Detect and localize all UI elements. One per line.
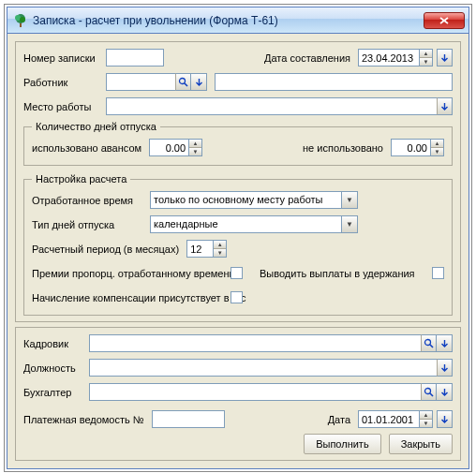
arrow-down-icon[interactable]: [437, 359, 453, 377]
used-advance-field[interactable]: [149, 139, 188, 156]
position-lookup[interactable]: [89, 359, 453, 377]
close-button[interactable]: [424, 12, 465, 29]
bonus-prop-label: Премии пропорц. отработанному времени: [32, 268, 231, 279]
spin-up-icon[interactable]: ▲: [420, 411, 432, 420]
spin-down-icon[interactable]: ▼: [420, 420, 432, 427]
header-panel: Номер записки Дата составления ▲ ▼: [15, 41, 461, 322]
workplace-lookup[interactable]: [106, 97, 453, 115]
note-number-input[interactable]: [106, 49, 164, 67]
worker-display-input[interactable]: [215, 73, 453, 91]
footer-date-field[interactable]: [358, 410, 419, 428]
window: Записка - расчет при увольнении (Форма Т…: [7, 7, 469, 469]
search-icon[interactable]: [175, 73, 191, 91]
footer-date-input[interactable]: ▲ ▼: [358, 410, 433, 428]
worked-time-value: только по основному месту работы: [150, 191, 342, 209]
accountant-lookup[interactable]: [89, 383, 453, 401]
spin-up-icon[interactable]: ▲: [214, 241, 226, 249]
spin-up-icon[interactable]: ▲: [420, 50, 432, 58]
workplace-label: Место работы: [23, 101, 106, 112]
worker-label: Работник: [23, 77, 106, 88]
titlebar: Записка - расчет при увольнении (Форма Т…: [7, 7, 469, 34]
spin-down-icon[interactable]: ▼: [420, 58, 432, 66]
kadrovik-lookup[interactable]: [89, 334, 453, 352]
accountant-label: Бухгалтер: [23, 387, 89, 398]
period-field[interactable]: [186, 240, 213, 258]
used-advance-input[interactable]: ▲ ▼: [149, 139, 202, 156]
vacation-days-legend: Количество дней отпуска: [32, 121, 160, 132]
arrow-down-icon[interactable]: [437, 97, 453, 115]
kadrovik-label: Кадровик: [23, 338, 89, 349]
comp-present-label: Начисление компенсации присутствует в л/…: [32, 292, 231, 303]
svg-point-10: [425, 389, 431, 394]
close-window-button[interactable]: Закрыть: [389, 434, 453, 454]
spin-down-icon[interactable]: ▼: [214, 249, 226, 257]
svg-point-8: [425, 340, 431, 346]
not-used-label: не использовано: [303, 142, 383, 154]
worked-time-combo[interactable]: только по основному месту работы ▼: [150, 191, 358, 209]
chevron-down-icon[interactable]: ▼: [342, 215, 358, 233]
calc-settings-legend: Настройка расчета: [32, 173, 130, 185]
search-icon[interactable]: [421, 383, 437, 401]
svg-point-3: [20, 17, 25, 22]
search-icon[interactable]: [421, 334, 437, 352]
spin-down-icon[interactable]: ▼: [189, 148, 201, 155]
not-used-field[interactable]: [391, 139, 430, 156]
day-type-combo[interactable]: календарные ▼: [150, 215, 358, 233]
worked-time-label: Отработанное время: [32, 195, 150, 206]
note-number-label: Номер записки: [23, 52, 106, 64]
worker-input[interactable]: [106, 73, 175, 91]
worker-lookup[interactable]: [106, 73, 207, 91]
arrow-down-icon[interactable]: [437, 383, 453, 401]
date-dropdown-button[interactable]: [437, 410, 453, 428]
day-type-label: Тип дней отпуска: [32, 219, 150, 230]
spin-down-icon[interactable]: ▼: [431, 148, 443, 155]
svg-line-11: [430, 393, 433, 396]
bonus-prop-checkbox[interactable]: [231, 267, 243, 279]
spin-up-icon[interactable]: ▲: [431, 140, 443, 148]
svg-point-6: [180, 79, 186, 84]
payouts-to-ded-checkbox[interactable]: [432, 267, 444, 279]
vacation-days-fieldset: Количество дней отпуска использовано ава…: [23, 121, 453, 166]
arrow-down-icon[interactable]: [437, 334, 453, 352]
not-used-input[interactable]: ▲ ▼: [391, 139, 444, 156]
compose-date-input[interactable]: ▲ ▼: [358, 49, 433, 67]
footer-date-label: Дата: [328, 414, 350, 425]
execute-button[interactable]: Выполнить: [304, 434, 380, 454]
position-input[interactable]: [89, 359, 437, 377]
period-input[interactable]: ▲ ▼: [186, 240, 227, 258]
arrow-down-icon[interactable]: [191, 73, 207, 91]
app-icon: [13, 13, 28, 28]
calc-settings-fieldset: Настройка расчета Отработанное время тол…: [23, 173, 453, 316]
date-dropdown-button[interactable]: [437, 49, 453, 67]
period-label: Расчетный период (в месяцах): [32, 244, 179, 255]
spin-up-icon[interactable]: ▲: [189, 140, 201, 148]
footer-panel: Кадровик Должность: [15, 327, 461, 461]
comp-present-checkbox[interactable]: [231, 291, 243, 303]
payroll-label: Платежная ведомость №: [23, 414, 144, 425]
used-advance-label: использовано авансом: [32, 142, 141, 154]
payroll-input[interactable]: [152, 410, 225, 428]
window-title: Записка - расчет при увольнении (Форма Т…: [33, 14, 424, 27]
compose-date-field[interactable]: [358, 49, 419, 67]
chevron-down-icon[interactable]: ▼: [342, 191, 358, 209]
compose-date-label: Дата составления: [264, 52, 350, 64]
day-type-value: календарные: [150, 215, 342, 233]
payouts-to-ded-label: Выводить выплаты в удержания: [260, 268, 432, 279]
svg-line-9: [430, 345, 433, 347]
workplace-input[interactable]: [106, 97, 437, 115]
accountant-input[interactable]: [89, 383, 421, 401]
position-label: Должность: [23, 362, 89, 374]
kadrovik-input[interactable]: [89, 334, 421, 352]
svg-line-7: [185, 83, 187, 86]
